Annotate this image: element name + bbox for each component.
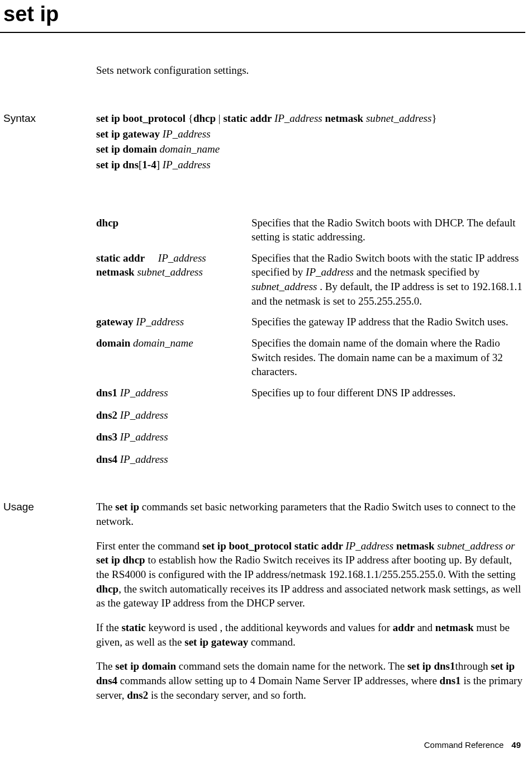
usage-para-1: The set ip commands set basic networking… (96, 500, 525, 528)
syntax-line-1: set ip boot_protocol {dhcp | static addr… (96, 111, 525, 126)
syntax-text: set ip boot_protocol (96, 112, 188, 124)
usage-para-4: The set ip domain command sets the domai… (96, 659, 525, 702)
syntax-line-4: set ip dns[1-4] IP_address (96, 158, 525, 172)
usage-text: static (121, 622, 145, 633)
param-text: IP_address (120, 387, 168, 399)
param-text: domain_name (133, 337, 193, 349)
page-title: set ip (0, 0, 525, 29)
param-desc: Specifies up to four different DNS IP ad… (251, 386, 525, 400)
syntax-text: IP_address (163, 159, 211, 170)
param-row-dns4: dns4 IP_address (96, 452, 525, 467)
title-rule (0, 32, 525, 33)
param-text: subnet_address (251, 281, 320, 292)
usage-text: set ip boot_protocol static addr (202, 540, 345, 552)
syntax-text: domain_name (160, 143, 220, 155)
param-text: domain (96, 337, 133, 349)
usage-para-3: If the static keyword is used , the addi… (96, 620, 525, 649)
param-desc: Specifies that the Radio Switch boots wi… (251, 251, 525, 309)
syntax-line-2: set ip gateway IP_address (96, 127, 525, 141)
usage-text: set ip dns1 (407, 660, 455, 672)
syntax-text: set ip domain (96, 143, 160, 155)
param-text: dns4 (96, 453, 120, 465)
usage-text: commands set basic networking parameters… (96, 501, 515, 527)
syntax-line-3: set ip domain domain_name (96, 142, 525, 157)
usage-text: dns1 (440, 675, 461, 686)
param-text: netmask (96, 266, 137, 278)
param-row-dhcp: dhcp Specifies that the Radio Switch boo… (96, 216, 525, 244)
syntax-text: set ip gateway (96, 128, 163, 140)
usage-text: through (455, 660, 491, 672)
syntax-text: set ip dns (96, 159, 139, 170)
param-text: and the netmask specified by (354, 266, 479, 278)
param-desc (251, 408, 525, 423)
usage-text: First enter the command (96, 540, 202, 552)
usage-text: to establish how the Radio Switch receiv… (96, 554, 516, 580)
usage-text: set ip domain (115, 660, 176, 672)
syntax-text: { (188, 112, 193, 124)
usage-text: netmask (435, 622, 474, 633)
usage-text: subnet_address or (437, 540, 515, 552)
param-term: dns1 IP_address (96, 386, 251, 400)
param-text: dhcp (96, 217, 118, 229)
param-text: IP_address (158, 252, 206, 264)
usage-text: The (96, 660, 115, 672)
usage-text: and (415, 622, 435, 633)
syntax-text: dhcp (193, 112, 216, 124)
usage-text: If the (96, 622, 121, 633)
usage-text: netmask (396, 540, 437, 552)
param-text (145, 252, 158, 264)
usage-text: commands allow setting up to 4 Domain Na… (117, 675, 440, 686)
syntax-text: netmask (325, 112, 366, 124)
param-text: IP_address (120, 453, 168, 465)
usage-text: The (96, 501, 115, 513)
usage-text: command. (248, 636, 295, 648)
param-term: domain domain_name (96, 336, 251, 379)
param-text: static addr (96, 252, 145, 264)
param-term: dns3 IP_address (96, 430, 251, 444)
param-row-dns3: dns3 IP_address (96, 430, 525, 444)
usage-text: set ip dhcp (96, 554, 145, 566)
param-term: gateway IP_address (96, 315, 251, 329)
param-row-dns2: dns2 IP_address (96, 408, 525, 423)
parameter-table: dhcp Specifies that the Radio Switch boo… (96, 216, 525, 467)
usage-text: dns2 (127, 689, 148, 701)
param-row-static: static addr IP_address netmask subnet_ad… (96, 251, 525, 309)
syntax-text: static addr (223, 112, 274, 124)
param-text: IP_address (120, 431, 168, 443)
usage-section: Usage The set ip commands set basic netw… (0, 500, 525, 712)
param-text: IP_address (136, 316, 184, 328)
usage-para-2: First enter the command set ip boot_prot… (96, 539, 525, 610)
syntax-body: set ip boot_protocol {dhcp | static addr… (96, 111, 525, 173)
param-term: dns2 IP_address (96, 408, 251, 423)
usage-text: is the secondary server, and so forth. (148, 689, 306, 701)
param-row-gateway: gateway IP_address Specifies the gateway… (96, 315, 525, 329)
intro-text: Sets network configuration settings. (96, 63, 525, 78)
syntax-text: 1-4 (142, 159, 156, 170)
usage-text: keyword is used , the additional keyword… (146, 622, 393, 633)
usage-text: command sets the domain name for the net… (176, 660, 407, 672)
param-desc: Specifies the gateway IP address that th… (251, 315, 525, 329)
syntax-text: IP_address (274, 112, 325, 124)
syntax-text: } (431, 112, 436, 124)
param-text: dns3 (96, 431, 120, 443)
usage-text: set ip (115, 501, 139, 513)
param-row-dns1: dns1 IP_address Specifies up to four dif… (96, 386, 525, 400)
page-footer: Command Reference49 (424, 740, 521, 751)
param-desc (251, 430, 525, 444)
usage-text: addr (393, 622, 415, 633)
param-term: static addr IP_address netmask subnet_ad… (96, 251, 251, 309)
param-text: gateway (96, 316, 136, 328)
syntax-text: | (216, 112, 223, 124)
param-term: dns4 IP_address (96, 452, 251, 467)
param-row-domain: domain domain_name Specifies the domain … (96, 336, 525, 379)
param-desc (251, 452, 525, 467)
usage-text: IP_address (345, 540, 396, 552)
usage-body: The set ip commands set basic networking… (96, 500, 525, 712)
footer-page-number: 49 (511, 740, 521, 750)
syntax-text: subnet_address (366, 112, 432, 124)
param-text: dns1 (96, 387, 120, 399)
param-text: dns2 (96, 409, 120, 421)
param-desc: Specifies the domain name of the domain … (251, 336, 525, 379)
usage-text: dhcp (96, 583, 118, 595)
usage-text: set ip gateway (184, 636, 248, 648)
